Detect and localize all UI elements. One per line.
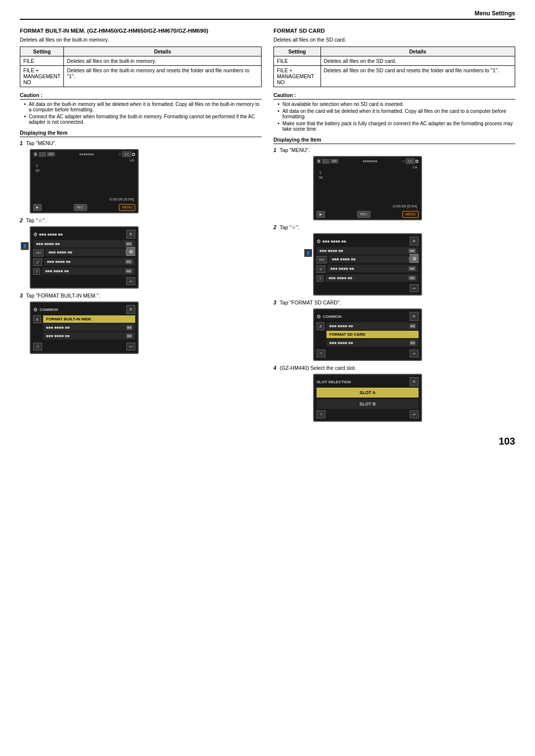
menu-person-icon[interactable]: 👤 (21, 242, 29, 250)
rmenu-person-icon[interactable]: 👤 (304, 249, 312, 257)
menu-gear2-btn[interactable]: ⚙ (126, 247, 135, 256)
table-row: FILE Deletes all files on the SD card. (274, 56, 515, 66)
left-step2: 2 Tap "☆". (20, 217, 262, 223)
gear-icon: ⚙ (33, 232, 38, 237)
rmenu-q-icon[interactable]: ? (317, 275, 323, 282)
left-common-screen-wrapper: ⚙ COMMON ✕ ∧ FORMAT BUILT-IN MEM. ■■■ ■■… (20, 302, 139, 358)
right-section-title: FORMAT SD CARD (273, 28, 515, 34)
rmenu-row-4-icon: ■■ (409, 276, 416, 280)
rcam-bottom-bar: ▶ REC MENU (314, 209, 421, 219)
menu-q-icon[interactable]: ? (33, 268, 40, 275)
common-item-row-1-dots: ■■■ ■■■■ ■■ (46, 325, 70, 330)
cam-play-btn[interactable]: ▶ (33, 204, 42, 211)
right-step3-text: Tap "FORMAT SD CARD". (280, 300, 341, 305)
right-displaying-title: Displaying the Item (273, 137, 515, 144)
rcam-sdcard-icon: SD (406, 158, 415, 164)
left-common-body: ∧ FORMAT BUILT-IN MEM. ■■■ ■■■■ ■■ ■■ ■■… (33, 315, 135, 341)
rcam-circle-icon: ⊙ (402, 159, 405, 163)
rmenu-row-2[interactable]: ■■■ ■■■■ ■■ ■■ (329, 255, 419, 263)
right-table-col1: Setting (274, 47, 321, 56)
common-item-row-2[interactable]: ■■■ ■■■■ ■■ ■■ (43, 332, 135, 340)
rmenu-row-1[interactable]: ■■■ ■■■■ ■■ ■■ (317, 247, 419, 254)
left-step1-num: 1 (20, 140, 23, 146)
common-gear-icon: ⚙ (33, 307, 38, 312)
rcam-s-icon: S (317, 158, 321, 164)
slot-a-item[interactable]: SLOT A (317, 388, 419, 398)
cam-xp-icon: XP (47, 152, 54, 156)
rcommon-item-row-0-dots: ■■■ ■■■■ ■■ (329, 324, 353, 328)
rcommon-back-btn[interactable]: ↩ (410, 350, 419, 357)
slot-b-item[interactable]: SLOT B (317, 399, 419, 409)
menu-close-btn[interactable]: ✕ (126, 230, 135, 239)
rmenu-row-3[interactable]: ■■■ ■■■■ ■■ ■■ (327, 265, 419, 272)
common-up-btn[interactable]: ∧ (33, 315, 41, 323)
left-step3-num: 3 (20, 293, 23, 299)
left-common-label: COMMON (40, 307, 58, 312)
list-item: All data on the built-in memory will be … (24, 101, 262, 112)
rcam-rec-btn[interactable]: REC (357, 211, 371, 218)
list-item: Make sure that the battery pack is fully… (277, 121, 515, 132)
table-row: FILE +MANAGEMENTNO Deletes all files on … (274, 66, 515, 87)
left-menu-header: ⚙ ■■■ ■■■■ ■■ ✕ (33, 230, 135, 239)
menu-row-1[interactable]: ■■■ ■■■■ ■■ ■■ (33, 240, 135, 248)
menu-row-4[interactable]: ■■■ ■■■■ ■■ ■■ (42, 267, 135, 275)
cam-rec-btn[interactable]: REC (74, 204, 87, 211)
menu-row-3[interactable]: ■■■ ■■■■ ■■ ■■ (44, 258, 135, 265)
rcommon-item-row-2-icon: ■■ (410, 341, 416, 345)
left-column: FORMAT BUILT-IN MEM. (GZ-HM450/GZ-HM650/… (20, 28, 262, 426)
right-cam-top-bar: S 🎥 XP ■■■■■■■ ⊙ SD D (314, 157, 421, 165)
menu-ii-btn[interactable]: II/II (33, 249, 44, 256)
rmenu-row-4[interactable]: ■■■ ■■■■ ■■ ■■ (325, 274, 419, 282)
cam-sdcard-icon: SD (122, 151, 131, 157)
right-step1-num: 1 (273, 147, 276, 153)
rmenu-gear-icon: ⚙ ■■■ ■■■■ ■■ (317, 239, 346, 244)
menu-dots-label: ■■■ ■■■■ ■■ (39, 232, 63, 237)
list-item: Not available for selection when no SD c… (277, 101, 515, 107)
right-cam-screen-wrapper: S 🎥 XP ■■■■■■■ ⊙ SD D LA. TW 0:00:00 [0 (273, 156, 422, 224)
left-row2-setting: FILE +MANAGEMENTNO (20, 66, 64, 87)
right-row2-detail: Deletes all files on the SD card and res… (321, 66, 515, 87)
rcam-right-icons: ⊙ SD D (402, 158, 419, 164)
cam-dots: ■■■■■■■ (79, 152, 94, 156)
rmenu-check-row: ✓ ■■■ ■■■■ ■■ ■■ (317, 265, 419, 273)
slot-close-btn[interactable]: ✕ (410, 377, 419, 386)
cam-menu-btn[interactable]: MENU (119, 204, 135, 211)
rcommon-q-btn[interactable]: ? (317, 350, 325, 357)
rmenu-gear2-btn[interactable]: ⚙ (410, 254, 419, 263)
menu-back-btn[interactable]: ↩ (126, 277, 135, 285)
common-item-format-builtin[interactable]: FORMAT BUILT-IN MEM. (43, 315, 135, 323)
common-item-row-1[interactable]: ■■■ ■■■■ ■■ ■■ (43, 324, 135, 331)
common-item-row-1-icon: ■■ (126, 325, 132, 330)
rmenu-row-2-dots: ■■■ ■■■■ ■■ (332, 257, 356, 261)
right-common-items: ■■■ ■■■■ ■■ ■■ FORMAT SD CARD ■■■ ■■■■ ■… (326, 322, 419, 348)
right-menu-left-btns: 👤 (304, 249, 312, 257)
rmenu-back-btn[interactable]: ↩ (410, 284, 419, 292)
slot-q-btn[interactable]: ? (317, 410, 325, 418)
right-step4: 4 (GZ-HM440) Select the card slot. (273, 365, 515, 371)
rmenu-row-3-icon: ■■ (409, 266, 416, 271)
rcommon-item-format-sd[interactable]: FORMAT SD CARD (326, 331, 419, 338)
rcam-menu-btn[interactable]: MENU (402, 211, 419, 218)
menu-check-icon[interactable]: ✓ (33, 258, 42, 266)
left-cam-screen: S 🎥 XP ■■■■■■■ ⊙ SD D LA. TW 0:00:00 [0 (30, 149, 139, 213)
rcam-dots: ■■■■■■■ (363, 159, 377, 163)
rmenu-check-icon[interactable]: ✓ (317, 265, 325, 273)
rmenu-ii-btn[interactable]: II/II (317, 256, 327, 263)
menu-row-2[interactable]: ■■■ ■■■■ ■■ ■■ (46, 249, 135, 256)
cam-bottom-bar: ▶ REC MENU (31, 202, 138, 212)
rcommon-close-btn[interactable]: ✕ (410, 312, 419, 321)
rcommon-up-btn[interactable]: ∧ (317, 322, 324, 330)
rcam-play-btn[interactable]: ▶ (317, 211, 325, 218)
rmenu-row-4-dots: ■■■ ■■■■ ■■ (328, 276, 352, 280)
rcommon-item-row-0[interactable]: ■■■ ■■■■ ■■ ■■ (326, 322, 419, 330)
rcam-d-label: D (416, 159, 419, 164)
slot-back-btn[interactable]: ↩ (410, 410, 419, 418)
common-close-btn[interactable]: ✕ (126, 305, 135, 314)
left-caution-title: Caution : (20, 92, 262, 100)
common-q-btn[interactable]: ? (33, 343, 42, 351)
common-back-btn[interactable]: ↩ (126, 343, 135, 351)
right-step1: 1 Tap "MENU". (273, 147, 515, 153)
rmenu-close-btn[interactable]: ✕ (410, 237, 419, 246)
right-menu-screen-wrapper: 👤 ⚙ ■■■ ■■■■ ■■ ✕ ■■■ ■■■■ ■■ ■■ II/II (273, 233, 422, 300)
rcommon-item-row-2[interactable]: ■■■ ■■■■ ■■ ■■ (326, 339, 419, 347)
